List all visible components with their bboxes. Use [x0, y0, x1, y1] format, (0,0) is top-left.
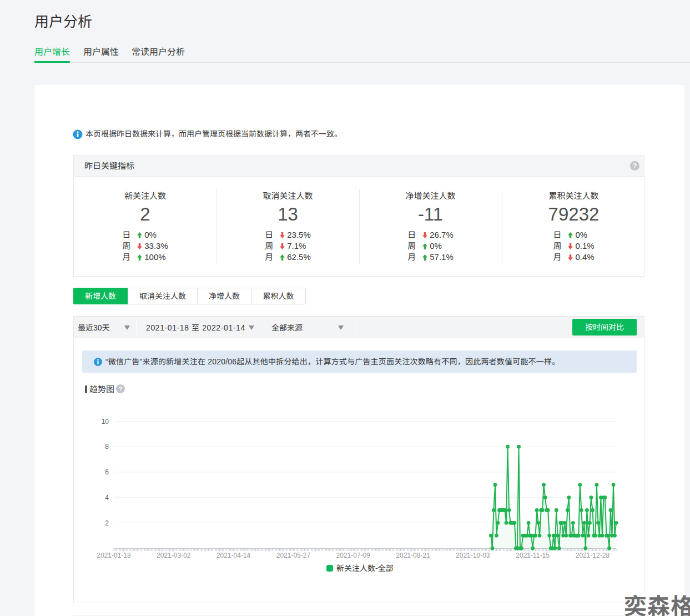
svg-text:2021-08-21: 2021-08-21 [396, 552, 430, 559]
svg-text:2021-03-02: 2021-03-02 [157, 552, 191, 559]
svg-text:2021-12-28: 2021-12-28 [576, 552, 610, 559]
svg-text:2021-10-03: 2021-10-03 [456, 552, 490, 559]
svg-text:6: 6 [105, 468, 109, 476]
svg-text:4: 4 [105, 494, 109, 502]
svg-text:2021-04-14: 2021-04-14 [216, 552, 251, 559]
svg-text:2021-05-27: 2021-05-27 [276, 552, 311, 559]
svg-text:2021-07-09: 2021-07-09 [336, 552, 371, 559]
svg-text:8: 8 [105, 443, 109, 450]
svg-text:2021-11-15: 2021-11-15 [516, 552, 550, 559]
svg-text:10: 10 [102, 418, 109, 425]
svg-text:2021-01-18: 2021-01-18 [97, 552, 131, 559]
svg-text:2: 2 [105, 519, 109, 527]
